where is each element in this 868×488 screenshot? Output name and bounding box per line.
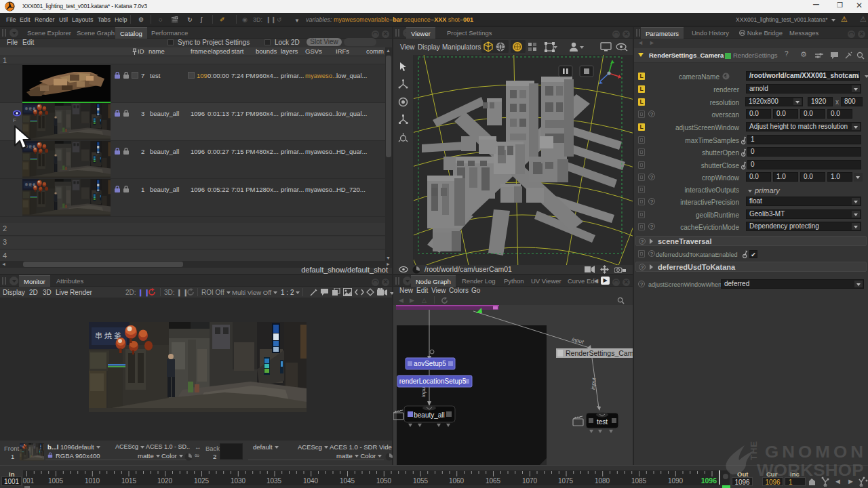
svg-text:1060: 1060 <box>449 477 465 485</box>
svg-text:1065: 1065 <box>486 477 501 485</box>
svg-text:1010: 1010 <box>85 477 100 485</box>
svg-text:aovSetup5: aovSetup5 <box>414 360 446 367</box>
svg-text:1090: 1090 <box>668 477 684 485</box>
svg-text:1070: 1070 <box>522 477 538 485</box>
svg-text:1096: 1096 <box>701 476 717 485</box>
svg-text:1020: 1020 <box>157 477 173 485</box>
svg-text:1080: 1080 <box>595 477 610 485</box>
svg-text:renderLocationSetup5: renderLocationSetup5 <box>399 378 467 385</box>
svg-text:1015: 1015 <box>121 477 137 485</box>
svg-text:1040: 1040 <box>303 477 319 485</box>
svg-text:1035: 1035 <box>267 477 282 485</box>
svg-text:beauty_all: beauty_all <box>414 411 445 419</box>
svg-text:1055: 1055 <box>413 477 429 485</box>
svg-text:F: F <box>13 117 16 123</box>
svg-text:1001: 1001 <box>23 477 35 485</box>
svg-text:RenderSettings_Came: RenderSettings_Came <box>566 349 633 357</box>
svg-text:input: input <box>590 377 597 390</box>
svg-text:1030: 1030 <box>231 477 246 485</box>
svg-text:1025: 1025 <box>194 477 210 485</box>
svg-text:1050: 1050 <box>376 477 392 485</box>
svg-text:input: input <box>572 336 585 345</box>
svg-text:test: test <box>597 418 608 426</box>
svg-text:1075: 1075 <box>558 477 574 485</box>
svg-text:1005: 1005 <box>48 477 64 485</box>
svg-text:1085: 1085 <box>631 477 647 485</box>
svg-text:1045: 1045 <box>340 477 355 485</box>
